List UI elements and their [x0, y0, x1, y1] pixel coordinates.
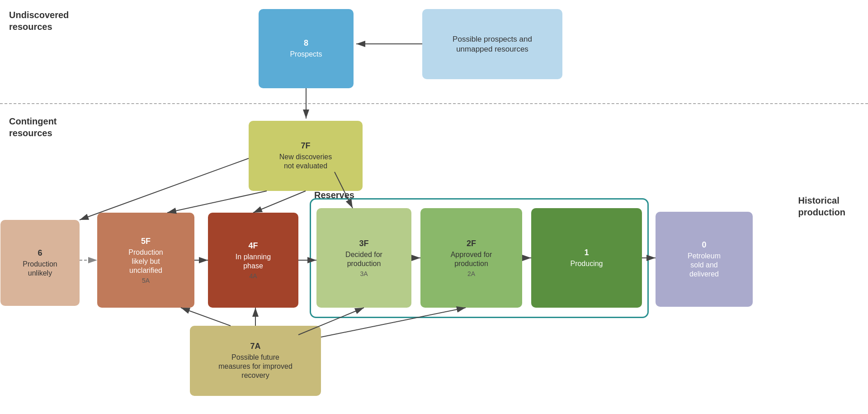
prospects-label: Prospects — [290, 50, 322, 59]
svg-line-4 — [80, 158, 249, 220]
petroleum-label: Petroleumsold anddelivered — [688, 252, 721, 279]
production-likely-number: 5F — [141, 237, 151, 246]
production-likely-label: Productionlikely butunclarified — [128, 248, 163, 275]
contingent-label: Contingentresources — [9, 115, 57, 139]
new-discoveries-node: 7F New discoveriesnot evaluated — [249, 121, 363, 191]
planning-label: In planningphase — [236, 252, 271, 271]
possible-prospects-label: Possible prospects andunmapped resources — [453, 34, 532, 54]
reserves-label: Reserves — [314, 190, 354, 200]
production-unlikely-label: Productionunlikely — [23, 260, 57, 278]
production-unlikely-number: 6 — [38, 248, 42, 258]
svg-line-5 — [167, 191, 267, 213]
historical-label: Historicalproduction — [798, 195, 845, 218]
new-discoveries-number: 7F — [301, 141, 310, 151]
prospects-number: 8 — [304, 38, 308, 48]
future-measures-number: 7A — [250, 342, 260, 351]
producing-node: 1 Producing — [531, 208, 642, 308]
new-discoveries-label: New discoveriesnot evaluated — [279, 152, 332, 171]
diagram-container: Undiscoveredresources Contingentresource… — [0, 0, 868, 414]
possible-prospects-node: Possible prospects andunmapped resources — [422, 9, 562, 79]
producing-label: Producing — [570, 259, 603, 268]
petroleum-number: 0 — [702, 240, 706, 250]
svg-line-6 — [253, 191, 306, 213]
planning-number: 4F — [248, 241, 258, 251]
production-unlikely-node: 6 Productionunlikely — [0, 220, 80, 306]
decided-label: Decided forproduction — [345, 250, 382, 268]
future-measures-label: Possible futuremeasures for improvedreco… — [218, 353, 292, 380]
prospects-node: 8 Prospects — [259, 9, 354, 88]
production-likely-sublabel: 5A — [142, 277, 150, 284]
petroleum-node: 0 Petroleumsold anddelivered — [656, 212, 753, 307]
approved-label: Approved forproduction — [451, 250, 492, 268]
svg-line-14 — [181, 308, 231, 326]
planning-sublabel: 4A — [249, 272, 257, 280]
undiscovered-label: Undiscoveredresources — [9, 9, 69, 33]
decided-sublabel: 3A — [360, 270, 368, 277]
separator-line — [0, 103, 868, 104]
future-measures-node: 7A Possible futuremeasures for improvedr… — [190, 326, 321, 396]
decided-node: 3F Decided forproduction 3A — [316, 208, 411, 308]
approved-sublabel: 2A — [467, 270, 475, 277]
production-likely-node: 5F Productionlikely butunclarified 5A — [97, 213, 194, 308]
planning-phase-node: 4F In planningphase 4A — [208, 213, 298, 308]
approved-number: 2F — [467, 239, 476, 248]
decided-number: 3F — [359, 239, 368, 248]
producing-number: 1 — [584, 248, 589, 257]
approved-node: 2F Approved forproduction 2A — [420, 208, 522, 308]
